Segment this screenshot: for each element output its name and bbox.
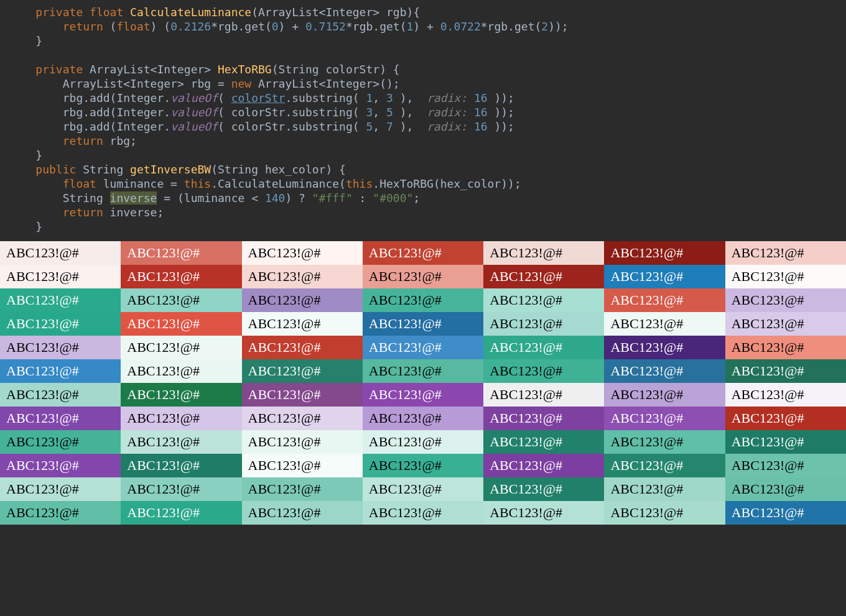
color-swatch: ABC123!@#	[725, 430, 846, 454]
color-swatch: ABC123!@#	[725, 241, 846, 265]
color-swatch: ABC123!@#	[242, 430, 363, 454]
color-swatch: ABC123!@#	[363, 288, 483, 312]
color-swatch: ABC123!@#	[363, 383, 483, 407]
color-swatch: ABC123!@#	[725, 265, 846, 288]
color-swatch: ABC123!@#	[121, 312, 241, 336]
color-swatch: ABC123!@#	[363, 430, 483, 454]
color-swatch: ABC123!@#	[604, 336, 725, 359]
color-swatch: ABC123!@#	[725, 383, 846, 407]
color-swatch: ABC123!@#	[121, 477, 241, 501]
color-swatch: ABC123!@#	[0, 312, 121, 336]
color-swatch: ABC123!@#	[121, 430, 241, 454]
color-swatch: ABC123!@#	[604, 477, 725, 501]
color-swatch: ABC123!@#	[0, 501, 121, 525]
color-swatch: ABC123!@#	[0, 430, 121, 454]
color-swatch: ABC123!@#	[0, 407, 121, 430]
color-swatch: ABC123!@#	[483, 241, 604, 265]
color-swatch: ABC123!@#	[0, 383, 121, 407]
color-swatch: ABC123!@#	[363, 336, 483, 359]
color-swatch: ABC123!@#	[725, 477, 846, 501]
color-swatch: ABC123!@#	[725, 501, 846, 525]
fn-hex: HexToRBG	[218, 63, 272, 76]
color-swatch: ABC123!@#	[242, 477, 363, 501]
color-swatch: ABC123!@#	[121, 383, 241, 407]
color-swatch: ABC123!@#	[483, 265, 604, 288]
kw-private: private	[35, 6, 83, 19]
color-swatch: ABC123!@#	[363, 265, 483, 288]
color-swatch: ABC123!@#	[363, 477, 483, 501]
color-swatch: ABC123!@#	[604, 288, 725, 312]
code-editor: private float CalculateLuminance(ArrayLi…	[0, 0, 846, 241]
color-swatch: ABC123!@#	[0, 359, 121, 383]
param-colorstr: colorStr	[231, 91, 286, 104]
color-swatch: ABC123!@#	[242, 336, 363, 359]
color-swatch: ABC123!@#	[725, 312, 846, 336]
color-swatch: ABC123!@#	[604, 265, 725, 288]
color-swatch: ABC123!@#	[242, 241, 363, 265]
color-swatch: ABC123!@#	[483, 383, 604, 407]
kw-float: float	[90, 6, 123, 19]
color-swatch: ABC123!@#	[604, 407, 725, 430]
color-swatch: ABC123!@#	[363, 359, 483, 383]
color-swatch: ABC123!@#	[0, 288, 121, 312]
color-swatch: ABC123!@#	[242, 501, 363, 525]
color-swatch: ABC123!@#	[604, 430, 725, 454]
color-swatch: ABC123!@#	[483, 454, 604, 477]
color-swatch: ABC123!@#	[0, 265, 121, 288]
color-swatch: ABC123!@#	[604, 312, 725, 336]
color-swatch: ABC123!@#	[604, 383, 725, 407]
fn-inverse: getInverseBW	[130, 163, 211, 176]
color-swatch: ABC123!@#	[363, 312, 483, 336]
color-swatch: ABC123!@#	[483, 312, 604, 336]
color-swatch: ABC123!@#	[725, 359, 846, 383]
var-inverse: inverse	[110, 191, 157, 205]
color-swatch: ABC123!@#	[0, 454, 121, 477]
color-swatch: ABC123!@#	[363, 241, 483, 265]
color-swatch: ABC123!@#	[604, 501, 725, 525]
color-swatch: ABC123!@#	[363, 501, 483, 525]
color-swatch: ABC123!@#	[121, 288, 241, 312]
color-swatch: ABC123!@#	[0, 477, 121, 501]
color-swatch: ABC123!@#	[483, 501, 604, 525]
color-swatch: ABC123!@#	[725, 454, 846, 477]
color-swatch: ABC123!@#	[363, 407, 483, 430]
color-swatch: ABC123!@#	[725, 288, 846, 312]
color-swatch: ABC123!@#	[483, 336, 604, 359]
color-swatch: ABC123!@#	[121, 501, 241, 525]
color-swatch: ABC123!@#	[725, 336, 846, 359]
color-swatch: ABC123!@#	[483, 430, 604, 454]
color-swatch: ABC123!@#	[121, 359, 241, 383]
color-swatch: ABC123!@#	[363, 454, 483, 477]
color-swatch: ABC123!@#	[725, 407, 846, 430]
color-swatch: ABC123!@#	[0, 336, 121, 359]
color-swatch: ABC123!@#	[0, 241, 121, 265]
color-swatch: ABC123!@#	[604, 241, 725, 265]
color-swatch: ABC123!@#	[483, 477, 604, 501]
color-swatch: ABC123!@#	[483, 407, 604, 430]
color-swatch: ABC123!@#	[121, 407, 241, 430]
color-swatch: ABC123!@#	[121, 454, 241, 477]
color-swatch: ABC123!@#	[242, 312, 363, 336]
color-swatch-grid: ABC123!@#ABC123!@#ABC123!@#ABC123!@#ABC1…	[0, 241, 846, 525]
color-swatch: ABC123!@#	[242, 288, 363, 312]
color-swatch: ABC123!@#	[483, 359, 604, 383]
color-swatch: ABC123!@#	[242, 407, 363, 430]
color-swatch: ABC123!@#	[121, 241, 241, 265]
color-swatch: ABC123!@#	[121, 265, 241, 288]
color-swatch: ABC123!@#	[604, 454, 725, 477]
fn-calc: CalculateLuminance	[130, 6, 251, 19]
color-swatch: ABC123!@#	[483, 288, 604, 312]
color-swatch: ABC123!@#	[121, 336, 241, 359]
color-swatch: ABC123!@#	[242, 454, 363, 477]
color-swatch: ABC123!@#	[604, 359, 725, 383]
color-swatch: ABC123!@#	[242, 359, 363, 383]
color-swatch: ABC123!@#	[242, 383, 363, 407]
hint-radix: radix:	[427, 91, 467, 104]
color-swatch: ABC123!@#	[242, 265, 363, 288]
